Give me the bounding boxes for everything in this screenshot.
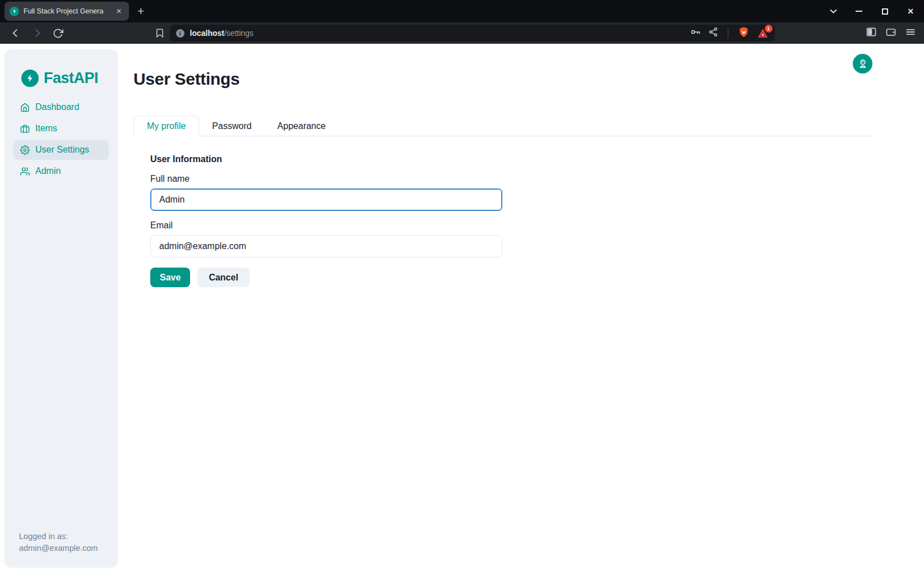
wallet-icon[interactable] [885, 26, 897, 40]
email-input[interactable] [150, 235, 502, 257]
browser-tab[interactable]: Full Stack Project Genera ✕ [4, 2, 129, 21]
reload-button[interactable] [53, 28, 63, 39]
fastapi-logo-icon [21, 70, 39, 87]
tab-password[interactable]: Password [199, 116, 264, 136]
browser-titlebar: Full Stack Project Genera ✕ + ✕ [0, 0, 924, 22]
form-actions: Save Cancel [150, 268, 872, 287]
sidebar-item-label: Admin [35, 166, 61, 176]
cancel-button[interactable]: Cancel [197, 268, 249, 287]
settings-tabs: My profile Password Appearance [133, 116, 872, 136]
browser-toolbar: i localhost/settings 1 [0, 22, 924, 44]
window-controls: ✕ [829, 0, 915, 22]
sidebar-item-user-settings[interactable]: User Settings [13, 140, 109, 160]
section-title: User Information [150, 154, 872, 164]
logged-in-info: Logged in as: admin@example.com [4, 531, 118, 554]
app-logo: FastAPI [4, 70, 118, 87]
menu-hamburger-icon[interactable] [905, 26, 916, 40]
url-host: localhost [190, 29, 224, 38]
page-body: FastAPI Dashboard Items User Settings Ad… [0, 44, 924, 575]
site-info-icon[interactable]: i [176, 29, 184, 38]
brave-shield-icon[interactable] [738, 26, 750, 40]
minimize-button[interactable] [854, 7, 863, 16]
maximize-button[interactable] [880, 7, 889, 16]
save-button[interactable]: Save [150, 268, 190, 287]
briefcase-icon [20, 124, 30, 134]
address-bar-actions: 1 [690, 26, 769, 40]
full-name-label: Full name [150, 174, 872, 184]
gear-icon [20, 145, 30, 155]
url-path: /settings [224, 29, 253, 38]
sidebar-item-items[interactable]: Items [13, 118, 109, 139]
password-key-icon[interactable] [690, 26, 701, 40]
forward-button[interactable] [31, 27, 43, 39]
sidebar-panel-icon[interactable] [866, 26, 877, 40]
users-icon [20, 167, 30, 176]
share-icon[interactable] [708, 27, 718, 39]
tab-search-chevron-icon[interactable] [829, 7, 838, 16]
user-menu-button[interactable] [853, 54, 872, 73]
email-label: Email [150, 220, 872, 231]
logo-text: FastAPI [44, 70, 98, 87]
home-icon [20, 103, 30, 112]
sidebar-item-label: Items [35, 123, 57, 134]
user-astronaut-icon [857, 58, 868, 70]
nav-buttons [10, 27, 63, 39]
full-name-input[interactable] [150, 188, 502, 211]
app-sidebar: FastAPI Dashboard Items User Settings Ad… [4, 49, 118, 568]
new-tab-button[interactable]: + [137, 6, 144, 17]
tab-title: Full Stack Project Genera [24, 7, 114, 15]
fastapi-favicon-icon [10, 7, 19, 16]
address-bar[interactable]: i localhost/settings 1 [170, 25, 775, 42]
divider [728, 29, 728, 38]
logged-in-label: Logged in as: [19, 531, 118, 542]
sidebar-nav: Dashboard Items User Settings Admin [4, 97, 118, 181]
brave-rewards-icon[interactable]: 1 [757, 27, 769, 39]
window-close-button[interactable]: ✕ [906, 7, 915, 16]
sidebar-item-dashboard[interactable]: Dashboard [13, 97, 109, 117]
sidebar-item-label: User Settings [35, 145, 89, 155]
tab-close-icon[interactable]: ✕ [114, 7, 124, 15]
page-title: User Settings [133, 70, 872, 89]
logged-in-email: admin@example.com [19, 542, 118, 554]
sidebar-item-label: Dashboard [35, 102, 79, 112]
tab-appearance[interactable]: Appearance [265, 116, 339, 136]
toolbar-right-buttons [866, 26, 916, 40]
tab-my-profile[interactable]: My profile [133, 116, 199, 136]
back-button[interactable] [10, 27, 21, 39]
sidebar-item-admin[interactable]: Admin [13, 161, 109, 181]
bookmark-icon[interactable] [155, 28, 165, 38]
rewards-badge: 1 [765, 25, 773, 33]
url-text[interactable]: localhost/settings [190, 29, 254, 38]
user-information-form: User Information Full name Email Save Ca… [133, 154, 872, 287]
main-content: User Settings My profile Password Appear… [133, 44, 872, 287]
